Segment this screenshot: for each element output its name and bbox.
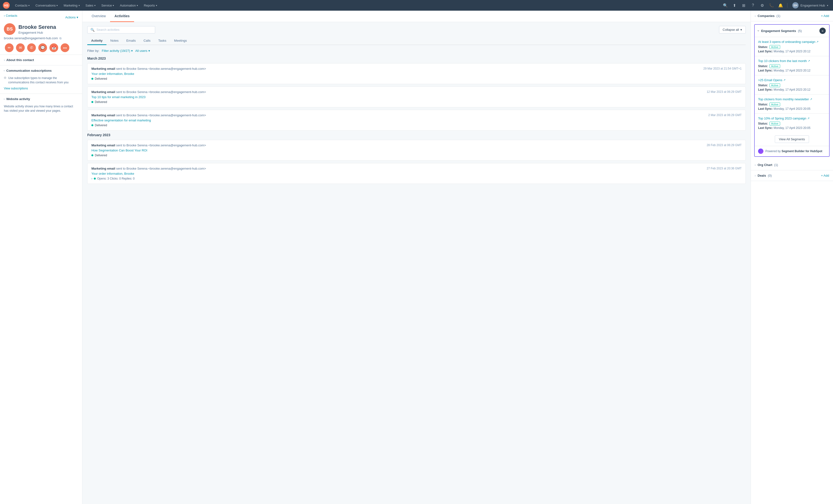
deals-section-header[interactable]: › Deals (0) + Add	[751, 170, 833, 181]
user-menu[interactable]: EH Engagement Hub ▾	[790, 1, 830, 9]
nav-marketing[interactable]: Marketing ▾	[61, 3, 82, 8]
action-buttons: ✏ ✉ ✆ 💬 📅 •••	[4, 43, 78, 52]
about-section: › About this contact	[0, 54, 82, 65]
marketplace-button[interactable]: ⊞	[740, 2, 747, 9]
expand-chevron-icon[interactable]: ›	[91, 177, 92, 180]
activity-card: Marketing email sent to Brooke Serena <b…	[87, 110, 746, 131]
external-link-icon: ↗	[807, 117, 809, 120]
website-activity-body: Website activity shows you how many time…	[0, 104, 82, 116]
status-badge: Active	[769, 122, 780, 126]
nav-contacts[interactable]: Contacts ▾	[13, 3, 32, 8]
more-actions-button[interactable]: •••	[61, 43, 69, 52]
companies-section-header[interactable]: › Companies (1) + Add	[751, 11, 833, 21]
activity-desc: Marketing email sent to Brooke Serena <b…	[91, 90, 206, 94]
activity-desc-suffix: sent to Brooke Serena <brooke.serena@eng…	[116, 90, 206, 94]
tab-tasks[interactable]: Tasks	[154, 37, 170, 45]
search-input[interactable]	[96, 28, 152, 31]
activity-time: 29 Mar 2023 at 21:54 GMT+1	[703, 67, 742, 70]
segment-name[interactable]: Top clickers from monthly newsletter ↗	[758, 97, 826, 101]
segment-sync: Last Sync: Monday, 17 April 2023 20:05	[758, 107, 826, 110]
tab-calls[interactable]: Calls	[140, 37, 154, 45]
chat-button[interactable]: 💬	[38, 43, 47, 52]
chevron-down-icon: ▾	[156, 4, 157, 7]
segment-sync: Last Sync: Monday, 17 April 2023 20:12	[758, 50, 826, 53]
chevron-down-icon: ›	[3, 99, 6, 100]
activity-time: 27 Feb 2023 at 20:36 GMT	[707, 167, 742, 170]
comm-subscriptions-desc: Use subscription types to manage the com…	[4, 76, 78, 84]
notifications-button[interactable]: 🔔	[777, 2, 784, 9]
companies-add-button[interactable]: + Add	[821, 14, 829, 18]
segment-item: >25 Email Opens ↗ Status: Active Last Sy…	[755, 75, 829, 94]
website-activity-header[interactable]: › Website activity	[0, 94, 82, 104]
comm-subscriptions-header[interactable]: › Communication subscriptions	[0, 66, 82, 76]
filter-activity-dropdown[interactable]: Filter activity (19/27) ▾	[102, 49, 133, 53]
settings-button[interactable]: ⚙	[759, 2, 766, 9]
edit-button[interactable]: ✏	[5, 43, 14, 52]
nav-divider	[787, 3, 787, 8]
nav-conversations[interactable]: Conversations ▾	[33, 3, 60, 8]
companies-section: › Companies (1) + Add	[751, 11, 833, 21]
nav-automation[interactable]: Automation ▾	[117, 3, 140, 8]
deals-add-button[interactable]: + Add	[821, 174, 829, 177]
tab-overview[interactable]: Overview	[87, 11, 110, 22]
tab-emails[interactable]: Emails	[122, 37, 140, 45]
tab-notes[interactable]: Notes	[106, 37, 122, 45]
view-all-segments-button[interactable]: View All Segments	[775, 135, 809, 143]
chevron-down-icon: ▾	[78, 4, 80, 7]
collapse-panel-button[interactable]: »	[819, 28, 826, 34]
activity-time: 2 Mar 2023 at 06:29 GMT	[708, 114, 742, 117]
org-chart-section-header[interactable]: › Org Chart (1)	[751, 160, 833, 170]
nav-reports[interactable]: Reports ▾	[141, 3, 160, 8]
dot-indicator	[4, 77, 6, 79]
segment-item: Top 10 clickers from the last month ↗ St…	[755, 56, 829, 75]
external-link-icon: ↗	[783, 78, 785, 82]
month-february-2023: February 2023	[87, 133, 746, 137]
help-button[interactable]: ?	[749, 2, 757, 9]
activity-subject[interactable]: Effective segmentation for email marketi…	[91, 119, 742, 122]
activity-card: Marketing email sent to Brooke Serena <b…	[87, 63, 746, 84]
copy-icon[interactable]: ⧉	[60, 36, 62, 40]
segment-name[interactable]: Top 10 clickers from the last month ↗	[758, 59, 826, 63]
companies-title: Companies (1)	[758, 14, 780, 18]
view-subscriptions-link[interactable]: View subscriptions	[4, 87, 28, 90]
engagement-segments-outer: › Engagement Segments (5) » At least 3 o…	[751, 21, 833, 160]
comm-subscriptions-section: › Communication subscriptions Use subscr…	[0, 65, 82, 94]
email-button[interactable]: ✉	[16, 43, 25, 52]
search-icon: 🔍	[90, 28, 95, 32]
calls-button[interactable]: 📞	[768, 2, 775, 9]
chevron-right-icon: ›	[755, 14, 756, 18]
all-users-dropdown[interactable]: All users ▾	[135, 49, 150, 53]
hubspot-logo[interactable]: HS	[3, 2, 10, 9]
segment-sync: Last Sync: Monday, 17 April 2023 20:12	[758, 88, 826, 91]
activity-card: Marketing email sent to Brooke Serena <b…	[87, 140, 746, 161]
upgrade-button[interactable]: ⬆	[731, 2, 738, 9]
actions-button[interactable]: Actions ▾	[65, 16, 78, 19]
chevron-down-icon: ▾	[131, 49, 133, 53]
meeting-button[interactable]: 📅	[49, 43, 58, 52]
activity-subject[interactable]: Your order information, Brooke	[91, 72, 742, 76]
activity-subject[interactable]: How Segmentation Can Boost Your ROI	[91, 149, 742, 152]
chevron-right-icon: ›	[4, 58, 5, 62]
segment-name[interactable]: At least 3 opens of onboarding campaign …	[758, 40, 826, 44]
activity-subject[interactable]: Top 10 tips for email marketing in 2023	[91, 95, 742, 99]
tab-meetings[interactable]: Meetings	[170, 37, 191, 45]
tab-activities[interactable]: Activities	[110, 11, 134, 22]
deals-title: Deals (0)	[758, 174, 772, 177]
chevron-down-icon: ▾	[740, 28, 742, 31]
about-section-header[interactable]: › About this contact	[0, 55, 82, 65]
segment-name[interactable]: Top 10% of Spring 2023 campaign ↗	[758, 117, 826, 120]
call-button[interactable]: ✆	[27, 43, 36, 52]
breadcrumb[interactable]: ‹ Contacts	[4, 14, 17, 18]
segment-name[interactable]: >25 Email Opens ↗	[758, 78, 826, 82]
activity-subject[interactable]: Your order information, Brooke	[91, 172, 742, 175]
tab-activity[interactable]: Activity	[87, 37, 106, 45]
nav-sales[interactable]: Sales ▾	[83, 3, 98, 8]
nav-service[interactable]: Service ▾	[99, 3, 116, 8]
collapse-all-button[interactable]: Collapse all ▾	[719, 26, 746, 33]
contact-header: BS Brooke Serena Engagement Hub	[4, 23, 78, 35]
activity-time: 12 Mar 2023 at 06:29 GMT	[707, 90, 742, 94]
search-bar-row: 🔍 Collapse all ▾	[87, 26, 746, 33]
status-dot	[94, 178, 96, 180]
search-button[interactable]: 🔍	[722, 2, 729, 9]
segment-status: Status: Active	[758, 45, 826, 49]
